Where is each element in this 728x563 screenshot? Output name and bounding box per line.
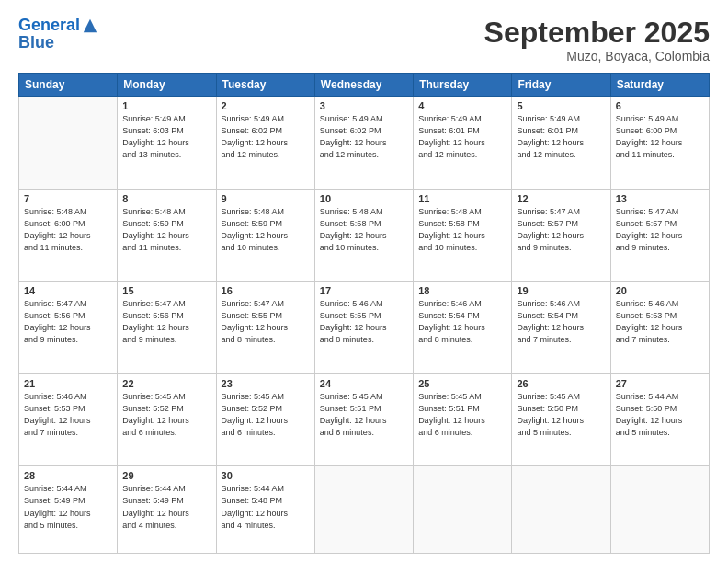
calendar-cell: 18Sunrise: 5:46 AM Sunset: 5:54 PM Dayli… (414, 282, 512, 374)
day-info: Sunrise: 5:49 AM Sunset: 6:03 PM Dayligh… (122, 113, 210, 161)
weekday-header: Sunday (19, 74, 118, 97)
calendar-cell: 2Sunrise: 5:49 AM Sunset: 6:02 PM Daylig… (216, 97, 314, 190)
day-number: 10 (320, 193, 408, 204)
calendar-week-row: 7Sunrise: 5:48 AM Sunset: 6:00 PM Daylig… (19, 189, 710, 282)
calendar-cell: 15Sunrise: 5:47 AM Sunset: 5:56 PM Dayli… (118, 282, 216, 374)
day-info: Sunrise: 5:47 AM Sunset: 5:55 PM Dayligh… (222, 298, 310, 346)
day-number: 26 (517, 378, 605, 389)
location-subtitle: Muzo, Boyaca, Colombia (484, 49, 710, 63)
day-number: 25 (418, 378, 506, 389)
day-info: Sunrise: 5:46 AM Sunset: 5:53 PM Dayligh… (24, 391, 112, 439)
day-number: 27 (616, 378, 704, 389)
header: General Blue September 2025 Muzo, Boyaca… (18, 17, 710, 63)
calendar-cell: 8Sunrise: 5:48 AM Sunset: 5:59 PM Daylig… (118, 189, 216, 282)
day-info: Sunrise: 5:49 AM Sunset: 6:01 PM Dayligh… (517, 113, 605, 161)
day-number: 6 (616, 100, 704, 111)
day-info: Sunrise: 5:45 AM Sunset: 5:51 PM Dayligh… (418, 391, 506, 439)
calendar-page: General Blue September 2025 Muzo, Boyaca… (0, 0, 728, 563)
day-info: Sunrise: 5:49 AM Sunset: 6:02 PM Dayligh… (320, 113, 408, 161)
day-number: 24 (320, 378, 408, 389)
calendar-cell: 6Sunrise: 5:49 AM Sunset: 6:00 PM Daylig… (610, 97, 709, 190)
day-number: 1 (122, 100, 210, 111)
day-info: Sunrise: 5:46 AM Sunset: 5:54 PM Dayligh… (517, 298, 605, 346)
calendar-week-row: 14Sunrise: 5:47 AM Sunset: 5:56 PM Dayli… (19, 282, 710, 374)
day-number: 15 (122, 285, 210, 296)
day-number: 21 (24, 378, 112, 389)
day-info: Sunrise: 5:45 AM Sunset: 5:52 PM Dayligh… (222, 391, 310, 439)
day-info: Sunrise: 5:47 AM Sunset: 5:57 PM Dayligh… (517, 206, 605, 254)
day-info: Sunrise: 5:47 AM Sunset: 5:56 PM Dayligh… (122, 298, 210, 346)
day-number: 19 (517, 285, 605, 296)
day-number: 13 (616, 193, 704, 204)
day-info: Sunrise: 5:44 AM Sunset: 5:49 PM Dayligh… (122, 483, 210, 531)
day-number: 22 (122, 378, 210, 389)
calendar-cell (610, 466, 709, 554)
day-number: 2 (222, 100, 310, 111)
logo-blue: Blue (18, 33, 98, 52)
calendar-cell: 11Sunrise: 5:48 AM Sunset: 5:58 PM Dayli… (414, 189, 512, 282)
calendar-cell: 22Sunrise: 5:45 AM Sunset: 5:52 PM Dayli… (118, 373, 216, 466)
calendar-cell: 12Sunrise: 5:47 AM Sunset: 5:57 PM Dayli… (512, 189, 610, 282)
day-number: 9 (222, 193, 310, 204)
day-number: 28 (24, 470, 112, 481)
calendar-cell (19, 97, 118, 190)
calendar-cell: 20Sunrise: 5:46 AM Sunset: 5:53 PM Dayli… (610, 282, 709, 374)
weekday-header: Tuesday (216, 74, 314, 97)
logo-text: General (18, 17, 80, 35)
calendar-week-row: 21Sunrise: 5:46 AM Sunset: 5:53 PM Dayli… (19, 373, 710, 466)
calendar-week-row: 1Sunrise: 5:49 AM Sunset: 6:03 PM Daylig… (19, 97, 710, 190)
day-info: Sunrise: 5:44 AM Sunset: 5:48 PM Dayligh… (222, 483, 310, 531)
weekday-header: Wednesday (314, 74, 413, 97)
title-block: September 2025 Muzo, Boyaca, Colombia (484, 17, 710, 63)
calendar-cell (314, 466, 413, 554)
calendar-cell: 14Sunrise: 5:47 AM Sunset: 5:56 PM Dayli… (19, 282, 118, 374)
logo-icon (82, 17, 98, 34)
day-number: 23 (222, 378, 310, 389)
day-number: 20 (616, 285, 704, 296)
day-number: 8 (122, 193, 210, 204)
calendar-cell: 26Sunrise: 5:45 AM Sunset: 5:50 PM Dayli… (512, 373, 610, 466)
calendar-cell: 7Sunrise: 5:48 AM Sunset: 6:00 PM Daylig… (19, 189, 118, 282)
weekday-header: Friday (512, 74, 610, 97)
day-info: Sunrise: 5:49 AM Sunset: 6:02 PM Dayligh… (222, 113, 310, 161)
day-number: 3 (320, 100, 408, 111)
day-number: 16 (222, 285, 310, 296)
calendar-cell: 24Sunrise: 5:45 AM Sunset: 5:51 PM Dayli… (314, 373, 413, 466)
calendar-cell: 23Sunrise: 5:45 AM Sunset: 5:52 PM Dayli… (216, 373, 314, 466)
day-info: Sunrise: 5:48 AM Sunset: 5:59 PM Dayligh… (122, 206, 210, 254)
day-info: Sunrise: 5:48 AM Sunset: 6:00 PM Dayligh… (24, 206, 112, 254)
day-number: 30 (222, 470, 310, 481)
day-info: Sunrise: 5:47 AM Sunset: 5:57 PM Dayligh… (616, 206, 704, 254)
month-title: September 2025 (484, 17, 710, 49)
day-info: Sunrise: 5:47 AM Sunset: 5:56 PM Dayligh… (24, 298, 112, 346)
day-number: 5 (517, 100, 605, 111)
weekday-header: Thursday (414, 74, 512, 97)
day-number: 11 (418, 193, 506, 204)
weekday-header: Saturday (610, 74, 709, 97)
calendar-cell: 28Sunrise: 5:44 AM Sunset: 5:49 PM Dayli… (19, 466, 118, 554)
calendar-cell: 5Sunrise: 5:49 AM Sunset: 6:01 PM Daylig… (512, 97, 610, 190)
calendar-cell: 19Sunrise: 5:46 AM Sunset: 5:54 PM Dayli… (512, 282, 610, 374)
day-info: Sunrise: 5:48 AM Sunset: 5:59 PM Dayligh… (222, 206, 310, 254)
calendar-cell: 30Sunrise: 5:44 AM Sunset: 5:48 PM Dayli… (216, 466, 314, 554)
day-number: 7 (24, 193, 112, 204)
day-number: 18 (418, 285, 506, 296)
calendar-cell (512, 466, 610, 554)
calendar-cell: 3Sunrise: 5:49 AM Sunset: 6:02 PM Daylig… (314, 97, 413, 190)
calendar-cell: 27Sunrise: 5:44 AM Sunset: 5:50 PM Dayli… (610, 373, 709, 466)
day-number: 14 (24, 285, 112, 296)
calendar-cell: 21Sunrise: 5:46 AM Sunset: 5:53 PM Dayli… (19, 373, 118, 466)
day-info: Sunrise: 5:45 AM Sunset: 5:52 PM Dayligh… (122, 391, 210, 439)
calendar-cell: 16Sunrise: 5:47 AM Sunset: 5:55 PM Dayli… (216, 282, 314, 374)
day-number: 29 (122, 470, 210, 481)
day-info: Sunrise: 5:46 AM Sunset: 5:53 PM Dayligh… (616, 298, 704, 346)
day-info: Sunrise: 5:44 AM Sunset: 5:49 PM Dayligh… (24, 483, 112, 531)
calendar-cell: 25Sunrise: 5:45 AM Sunset: 5:51 PM Dayli… (414, 373, 512, 466)
day-info: Sunrise: 5:48 AM Sunset: 5:58 PM Dayligh… (320, 206, 408, 254)
calendar-cell: 4Sunrise: 5:49 AM Sunset: 6:01 PM Daylig… (414, 97, 512, 190)
day-info: Sunrise: 5:44 AM Sunset: 5:50 PM Dayligh… (616, 391, 704, 439)
calendar-cell: 1Sunrise: 5:49 AM Sunset: 6:03 PM Daylig… (118, 97, 216, 190)
day-info: Sunrise: 5:49 AM Sunset: 6:01 PM Dayligh… (418, 113, 506, 161)
svg-marker-0 (84, 19, 97, 32)
day-info: Sunrise: 5:46 AM Sunset: 5:54 PM Dayligh… (418, 298, 506, 346)
